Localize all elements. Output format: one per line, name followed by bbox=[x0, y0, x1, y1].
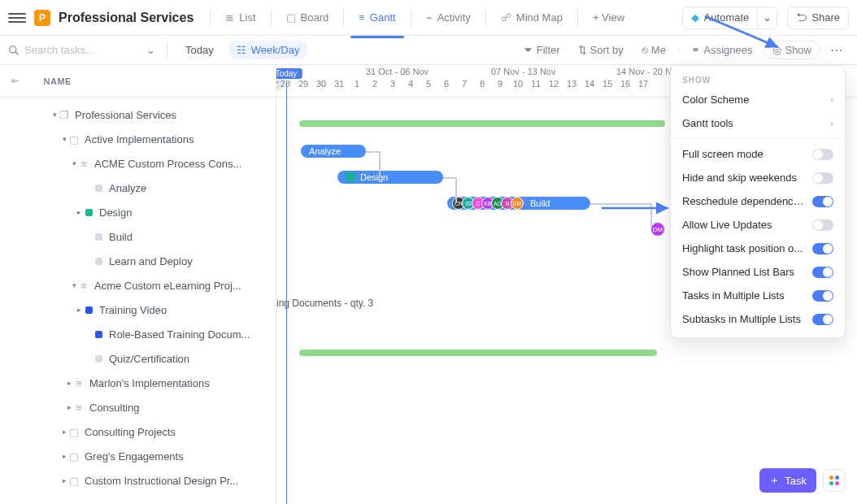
tree-row[interactable]: ▸Design bbox=[0, 200, 276, 224]
divider bbox=[210, 8, 211, 28]
tree-row[interactable]: ▾▢Active Implementations bbox=[0, 127, 276, 151]
toggle-label: Allow Live Updates bbox=[682, 219, 772, 231]
filter-icon: ⏷ bbox=[523, 44, 533, 56]
view-tab-mindmap[interactable]: ☍Mind Map bbox=[493, 5, 571, 30]
view-tab-list[interactable]: ≣List bbox=[217, 5, 263, 30]
tree-row[interactable]: ▾≡Acme Custom eLearning Proj... bbox=[0, 273, 276, 298]
toggle-switch[interactable] bbox=[812, 219, 833, 231]
toggle-switch[interactable] bbox=[812, 172, 833, 184]
sortby-button[interactable]: ⇅ Sort by bbox=[572, 41, 630, 59]
collapse-sidebar-button[interactable]: ⇤ bbox=[11, 76, 20, 86]
new-task-button[interactable]: ＋ Task bbox=[759, 468, 816, 493]
tree-label: Quiz/Certification bbox=[109, 353, 189, 365]
tree-label: Marlon's Implementations bbox=[89, 377, 210, 389]
people-icon: ⚭ bbox=[691, 44, 700, 56]
today-button[interactable]: Today bbox=[176, 41, 224, 59]
view-tab-gantt[interactable]: ≡Gantt bbox=[350, 5, 403, 30]
view-tab-activity[interactable]: ⌁Activity bbox=[418, 5, 479, 30]
divider bbox=[343, 8, 344, 28]
weekday-button[interactable]: ☷ Week/Day bbox=[228, 41, 308, 59]
gantt-bar[interactable]: Design bbox=[337, 171, 443, 184]
status-icon bbox=[93, 233, 104, 241]
toggle-switch[interactable] bbox=[812, 196, 833, 207]
view-tab-view[interactable]: + View bbox=[585, 5, 633, 30]
show-menu-toggle-row[interactable]: Hide and skip weekends bbox=[671, 166, 845, 189]
tree-row[interactable]: ▸Training Video bbox=[0, 298, 276, 322]
chevron-right-icon: › bbox=[830, 118, 833, 129]
day-label: 3 bbox=[384, 79, 402, 97]
search-input[interactable] bbox=[24, 44, 138, 56]
status-icon bbox=[93, 355, 104, 363]
show-menu-item[interactable]: Gantt tools› bbox=[671, 111, 845, 135]
day-label: 6 bbox=[437, 79, 455, 97]
more-menu-button[interactable]: ⋯ bbox=[825, 42, 849, 58]
tree-row[interactable]: Quiz/Certification bbox=[0, 346, 276, 371]
show-menu-toggle-row[interactable]: Highlight task position o... bbox=[671, 237, 845, 260]
tree-label: Custom Instructional Design Pr... bbox=[85, 475, 238, 487]
toggle-label: Highlight task position o... bbox=[682, 242, 803, 254]
show-menu-item[interactable]: Color Scheme› bbox=[671, 88, 845, 111]
show-menu-toggle-row[interactable]: Show Planned List Bars bbox=[671, 260, 845, 284]
search-chevron-button[interactable]: ⌄ bbox=[143, 42, 159, 58]
tree-row[interactable]: ▸▢Consulting Projects bbox=[0, 419, 276, 444]
toggle-label: Full screen mode bbox=[682, 148, 763, 160]
task-text[interactable]: ing Documents - qty. 3 bbox=[276, 298, 373, 309]
toggle-switch[interactable] bbox=[812, 149, 833, 160]
name-column-header: NAME bbox=[44, 76, 72, 86]
toggle-switch[interactable] bbox=[812, 290, 833, 302]
tree-row[interactable]: ▸▢Custom Instructional Design Pr... bbox=[0, 468, 276, 493]
caret-icon: ▸ bbox=[65, 403, 73, 411]
toggle-switch[interactable] bbox=[812, 267, 833, 278]
toggle-switch[interactable] bbox=[812, 243, 833, 254]
show-menu-toggle-row[interactable]: Reschedule dependenci... bbox=[671, 189, 845, 213]
tree-row[interactable]: ▾≡ACME Custom Process Cons... bbox=[0, 151, 276, 176]
toggle-label: Show Planned List Bars bbox=[682, 266, 794, 278]
tree-row[interactable]: ▾❐Professional Services bbox=[0, 102, 276, 127]
automate-chevron-button[interactable]: ⌄ bbox=[758, 7, 777, 29]
view-tab-board[interactable]: ▢Board bbox=[278, 5, 337, 30]
view-label: Mind Map bbox=[516, 11, 563, 24]
assignees-button[interactable]: ⚭ Assignees bbox=[685, 41, 759, 59]
week-label: 31 Oct - 06 Nov bbox=[366, 67, 428, 76]
sort-icon: ⇅ bbox=[578, 44, 587, 56]
show-menu-toggle-row[interactable]: Allow Live Updates bbox=[671, 213, 845, 237]
gantt-bar[interactable] bbox=[299, 350, 657, 356]
view-icon: ⌁ bbox=[426, 11, 433, 24]
me-button[interactable]: ⎋ Me bbox=[635, 41, 672, 59]
toggle-label: Subtasks in Multiple Lists bbox=[682, 313, 801, 325]
main-menu-button[interactable] bbox=[8, 9, 26, 27]
tree-row[interactable]: ▸≡Marlon's Implementations bbox=[0, 371, 276, 395]
tree-row[interactable]: Analyze bbox=[0, 176, 276, 200]
tree-row[interactable]: ▸≡Consulting bbox=[0, 395, 276, 419]
gantt-bar[interactable]: CRISCKBAGNDMBuild bbox=[447, 197, 590, 210]
app-grid-button[interactable] bbox=[823, 469, 846, 492]
filter-button[interactable]: ⏷ Filter bbox=[516, 41, 567, 59]
space-icon: ❐ bbox=[59, 109, 70, 121]
list-icon: ≡ bbox=[73, 377, 85, 389]
avatar[interactable]: DM bbox=[650, 222, 665, 237]
divider bbox=[167, 41, 167, 60]
share-button[interactable]: ⮌ Share bbox=[787, 7, 849, 29]
list-icon: ≡ bbox=[73, 402, 85, 414]
tree-row[interactable]: Role-Based Training Docum... bbox=[0, 322, 276, 346]
gantt-bar[interactable] bbox=[299, 120, 665, 127]
caret-icon: ▸ bbox=[60, 452, 68, 460]
show-menu-toggle-row[interactable]: Subtasks in Multiple Lists bbox=[671, 307, 845, 331]
calendar-icon: ☷ bbox=[237, 44, 246, 56]
tree-row[interactable]: Build bbox=[0, 224, 276, 249]
tree-row[interactable]: Learn and Deploy bbox=[0, 249, 276, 273]
status-icon bbox=[93, 258, 104, 265]
gantt-bar[interactable]: Analyze bbox=[301, 145, 366, 158]
show-button[interactable]: ◎ Show bbox=[763, 41, 820, 59]
toggle-label: Hide and skip weekends bbox=[682, 172, 797, 184]
sortby-label: Sort by bbox=[590, 44, 624, 56]
tree-row[interactable]: ▸▢Greg's Engagements bbox=[0, 444, 276, 468]
toggle-switch[interactable] bbox=[812, 314, 833, 325]
day-label: 15 bbox=[598, 79, 616, 97]
show-menu-toggle-row[interactable]: Full screen mode bbox=[671, 142, 845, 166]
day-label: 7 bbox=[455, 79, 473, 97]
show-menu-toggle-row[interactable]: Tasks in Multiple Lists bbox=[671, 284, 845, 307]
day-label: 4 bbox=[402, 79, 420, 97]
automate-button[interactable]: ◆ Automate bbox=[682, 7, 759, 29]
chevron-right-icon: › bbox=[830, 94, 833, 106]
